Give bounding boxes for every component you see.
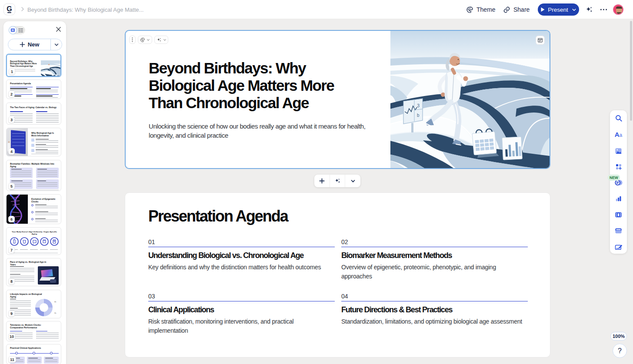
svg-text:b: b — [417, 113, 420, 118]
svg-text:3: 3 — [417, 103, 420, 108]
